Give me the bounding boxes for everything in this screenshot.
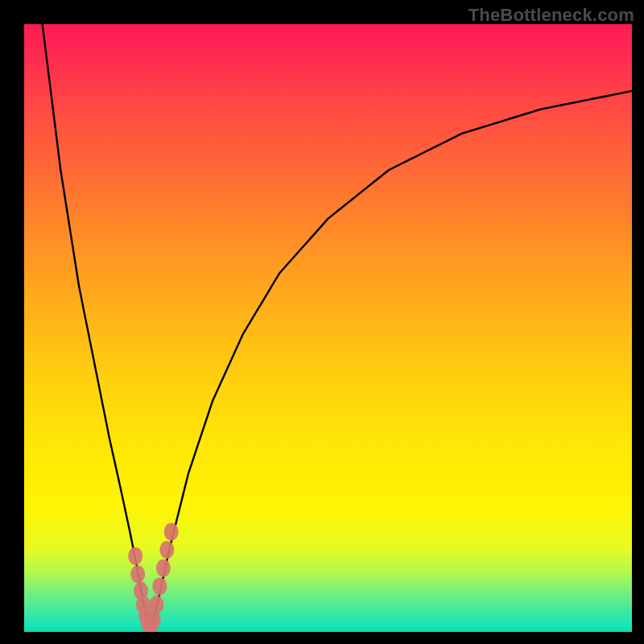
marker-0 bbox=[128, 547, 142, 565]
marker-10 bbox=[156, 559, 171, 577]
plot-area bbox=[24, 24, 632, 632]
marker-12 bbox=[164, 522, 179, 540]
curve-svg bbox=[24, 24, 632, 632]
watermark-text: TheBottleneck.com bbox=[469, 5, 634, 26]
marker-8 bbox=[150, 596, 164, 613]
marker-9 bbox=[152, 577, 167, 595]
marker-7 bbox=[147, 611, 161, 629]
data-markers bbox=[128, 522, 179, 632]
marker-11 bbox=[159, 541, 174, 559]
bottleneck-curve bbox=[43, 24, 632, 629]
curve-left-branch bbox=[43, 24, 151, 629]
chart-container: TheBottleneck.com bbox=[0, 0, 644, 644]
marker-1 bbox=[130, 565, 145, 583]
curve-right-branch bbox=[151, 91, 632, 629]
